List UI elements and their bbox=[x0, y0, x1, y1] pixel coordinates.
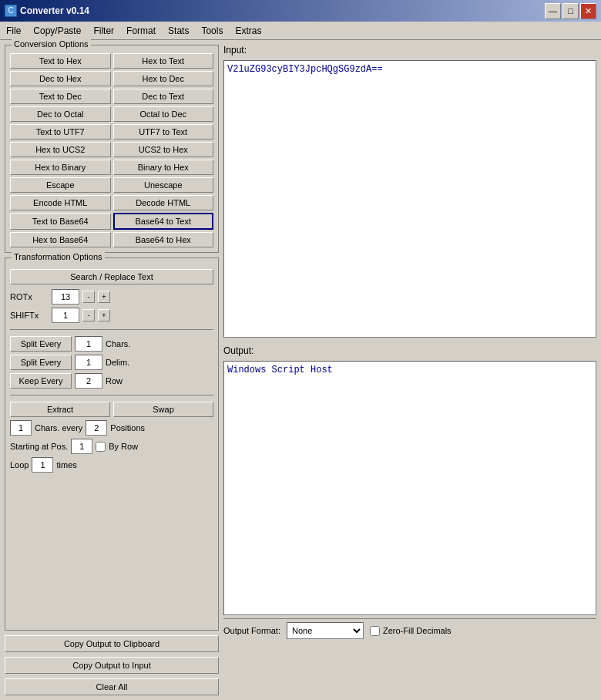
times-label: times bbox=[56, 460, 76, 469]
menu-file[interactable]: File bbox=[0, 22, 27, 39]
chars-label: Chars. bbox=[106, 339, 130, 348]
rotx-minus-button[interactable]: - bbox=[82, 291, 95, 303]
split-every-chars-row: Split Every Chars. bbox=[10, 336, 213, 352]
title-bar: C Converter v0.14 — □ ✕ bbox=[0, 0, 601, 22]
text-to-hex-button[interactable]: Text to Hex bbox=[10, 53, 111, 69]
zero-fill-label: Zero-Fill Decimals bbox=[383, 626, 452, 635]
rotx-row: ROTx - + bbox=[10, 289, 213, 305]
search-replace-button[interactable]: Search / Replace Text bbox=[10, 269, 213, 284]
conversion-options-group: Conversion Options Text to Hex Hex to Te… bbox=[5, 45, 219, 253]
output-format-label: Output Format: bbox=[223, 626, 280, 635]
action-buttons: Copy Output to Clipboard Copy Output to … bbox=[5, 635, 219, 695]
shiftx-label: SHIFTx bbox=[10, 311, 49, 320]
menu-copypaste[interactable]: Copy/Paste bbox=[27, 22, 87, 39]
delim-label: Delim. bbox=[106, 358, 129, 367]
rotx-label: ROTx bbox=[10, 292, 49, 301]
by-row-checkbox[interactable] bbox=[96, 442, 106, 452]
text-to-dec-button[interactable]: Text to Dec bbox=[10, 89, 111, 104]
left-panel: Conversion Options Text to Hex Hex to Te… bbox=[5, 45, 219, 695]
menu-extras[interactable]: Extras bbox=[229, 22, 267, 39]
escape-button[interactable]: Escape bbox=[10, 177, 111, 193]
starting-at-row: Starting at Pos. By Row bbox=[10, 439, 213, 454]
main-content: Conversion Options Text to Hex Hex to Te… bbox=[0, 40, 601, 700]
menu-stats[interactable]: Stats bbox=[162, 22, 195, 39]
loop-row: Loop times bbox=[10, 457, 213, 473]
divider1 bbox=[10, 329, 213, 330]
hex-to-ucs2-button[interactable]: Hex to UCS2 bbox=[10, 142, 111, 157]
shiftx-plus-button[interactable]: + bbox=[98, 309, 110, 321]
transformation-options-content: Search / Replace Text ROTx - + SHIFTx - … bbox=[10, 269, 213, 473]
split-every-delim-button[interactable]: Split Every bbox=[10, 355, 72, 370]
zero-fill-checkbox[interactable] bbox=[370, 626, 380, 636]
extract-button[interactable]: Extract bbox=[10, 402, 110, 417]
conversion-options-title: Conversion Options bbox=[12, 39, 91, 49]
rotx-input[interactable] bbox=[52, 289, 79, 305]
starting-at-label: Starting at Pos. bbox=[10, 442, 68, 451]
keep-every-row: Keep Every Row bbox=[10, 373, 213, 389]
format-select[interactable]: None Hex Dec Binary bbox=[287, 622, 364, 639]
split-every-chars-input[interactable] bbox=[75, 336, 102, 352]
chars-every-row: Chars. every Positions bbox=[10, 420, 213, 436]
by-row-label: By Row bbox=[109, 442, 138, 451]
minimize-button[interactable]: — bbox=[545, 3, 561, 19]
split-every-delim-row: Split Every Delim. bbox=[10, 355, 213, 370]
conversion-grid: Text to Hex Hex to Text Dec to Hex Hex t… bbox=[10, 53, 213, 247]
binary-to-hex-button[interactable]: Binary to Hex bbox=[113, 160, 214, 175]
transformation-options-title: Transformation Options bbox=[12, 252, 105, 261]
chars-prefix-input[interactable] bbox=[10, 420, 32, 436]
close-button[interactable]: ✕ bbox=[580, 3, 596, 19]
loop-input[interactable] bbox=[32, 457, 53, 473]
input-label: Input: bbox=[223, 45, 596, 56]
dec-to-octal-button[interactable]: Dec to Octal bbox=[10, 106, 111, 122]
octal-to-dec-button[interactable]: Octal to Dec bbox=[113, 106, 214, 122]
hex-to-text-button[interactable]: Hex to Text bbox=[113, 53, 214, 69]
output-label: Output: bbox=[223, 345, 596, 356]
loop-label: Loop bbox=[10, 460, 29, 469]
app-icon: C bbox=[5, 5, 17, 17]
copy-output-input-button[interactable]: Copy Output to Input bbox=[5, 657, 219, 674]
dec-to-text-button[interactable]: Dec to Text bbox=[113, 89, 214, 104]
split-every-chars-button[interactable]: Split Every bbox=[10, 336, 72, 352]
zero-fill-row: Zero-Fill Decimals bbox=[370, 626, 452, 636]
base64-to-text-button[interactable]: Base64 to Text bbox=[113, 213, 214, 230]
keep-every-input[interactable] bbox=[75, 373, 102, 389]
text-to-utf7-button[interactable]: Text to UTF7 bbox=[10, 124, 111, 140]
swap-button[interactable]: Swap bbox=[113, 402, 213, 417]
menu-tools[interactable]: Tools bbox=[195, 22, 229, 39]
utf7-to-text-button[interactable]: UTF7 to Text bbox=[113, 124, 214, 140]
window-title: Converter v0.14 bbox=[20, 5, 545, 16]
dec-to-hex-button[interactable]: Dec to Hex bbox=[10, 71, 111, 86]
input-textarea[interactable]: V2luZG93cyBIY3JpcHQgSG9zdA== bbox=[223, 60, 596, 338]
base64-to-hex-button[interactable]: Base64 to Hex bbox=[113, 232, 214, 247]
decode-html-button[interactable]: Decode HTML bbox=[113, 195, 214, 210]
ucs2-to-hex-button[interactable]: UCS2 to Hex bbox=[113, 142, 214, 157]
keep-every-button[interactable]: Keep Every bbox=[10, 373, 72, 389]
row-label: Row bbox=[106, 376, 123, 385]
rotx-plus-button[interactable]: + bbox=[98, 291, 110, 303]
shiftx-minus-button[interactable]: - bbox=[82, 309, 95, 321]
menu-bar: File Copy/Paste Filter Format Stats Tool… bbox=[0, 22, 601, 40]
menu-format[interactable]: Format bbox=[120, 22, 162, 39]
copy-output-clipboard-button[interactable]: Copy Output to Clipboard bbox=[5, 635, 219, 652]
split-every-delim-input[interactable] bbox=[75, 355, 102, 370]
unescape-button[interactable]: Unescape bbox=[113, 177, 214, 193]
hex-to-binary-button[interactable]: Hex to Binary bbox=[10, 160, 111, 175]
hex-to-dec-button[interactable]: Hex to Dec bbox=[113, 71, 214, 86]
transformation-options-group: Transformation Options Search / Replace … bbox=[5, 257, 219, 631]
window-controls: — □ ✕ bbox=[545, 3, 596, 19]
clear-all-button[interactable]: Clear All bbox=[5, 678, 219, 695]
chars-every-input[interactable] bbox=[86, 420, 107, 436]
positions-label: Positions bbox=[110, 423, 145, 432]
hex-to-base64-button[interactable]: Hex to Base64 bbox=[10, 232, 111, 247]
output-textarea[interactable]: Windows Script Host bbox=[223, 361, 596, 615]
chars-every-label: Chars. every bbox=[35, 423, 82, 432]
divider2 bbox=[10, 395, 213, 395]
text-to-base64-button[interactable]: Text to Base64 bbox=[10, 213, 111, 230]
extract-swap-row: Extract Swap bbox=[10, 402, 213, 417]
bottom-bar: Output Format: None Hex Dec Binary Zero-… bbox=[223, 618, 596, 642]
menu-filter[interactable]: Filter bbox=[87, 22, 120, 39]
shiftx-input[interactable] bbox=[52, 308, 79, 323]
maximize-button[interactable]: □ bbox=[562, 3, 579, 19]
encode-html-button[interactable]: Encode HTML bbox=[10, 195, 111, 210]
starting-at-input[interactable] bbox=[71, 439, 92, 454]
